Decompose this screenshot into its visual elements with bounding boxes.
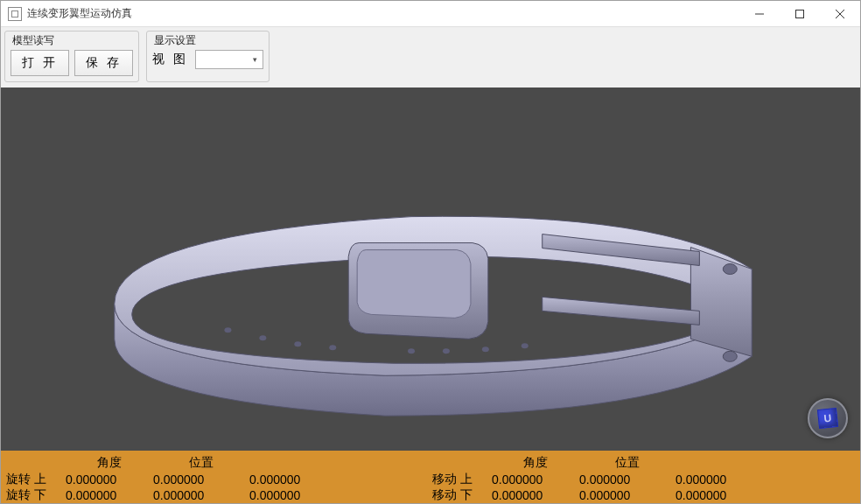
view-combobox[interactable]: ▾: [195, 50, 263, 69]
titlebar: 连续变形翼型运动仿真: [1, 1, 860, 27]
svg-point-8: [294, 341, 301, 346]
viewport-3d[interactable]: U: [1, 88, 860, 451]
svg-point-10: [408, 348, 415, 354]
svg-point-13: [522, 343, 528, 348]
rotate-up-pos1: 0.000000: [153, 472, 249, 486]
row-rotate-up-label: 旋转 上: [4, 472, 66, 487]
rotate-down-pos1: 0.000000: [153, 488, 249, 502]
row-rotate-down-label: 旋转 下: [4, 487, 66, 503]
close-button[interactable]: [820, 1, 860, 26]
header-angle-right: 角度: [492, 455, 579, 471]
move-up-pos2: 0.000000: [676, 472, 763, 486]
group-display-settings: 显示设置 视 图 ▾: [146, 31, 270, 82]
svg-point-6: [224, 327, 231, 332]
move-down-angle: 0.000000: [492, 488, 579, 502]
svg-point-7: [259, 335, 266, 340]
status-left: 角度 位置 旋转 上 0.000000 0.000000 0.000000 旋转…: [4, 454, 430, 501]
svg-rect-1: [796, 10, 804, 18]
move-down-pos2: 0.000000: [676, 488, 763, 502]
rotate-down-angle: 0.000000: [66, 488, 153, 502]
model-render: [1, 88, 860, 451]
save-button[interactable]: 保 存: [74, 50, 133, 76]
rotate-up-angle: 0.000000: [66, 472, 153, 486]
viewcube[interactable]: U: [808, 398, 848, 438]
app-icon: [8, 7, 22, 21]
row-move-down-label: 移动 下: [430, 487, 492, 503]
toolbar: 模型读写 打 开 保 存 显示设置 视 图 ▾: [1, 27, 860, 88]
move-down-pos1: 0.000000: [579, 488, 676, 502]
svg-point-9: [329, 345, 336, 350]
maximize-button[interactable]: [780, 1, 820, 26]
view-label: 视 图: [152, 52, 188, 67]
group-model-io: 模型读写 打 开 保 存: [4, 31, 139, 82]
minimize-icon: [755, 10, 764, 18]
rotate-down-pos2: 0.000000: [249, 488, 337, 502]
row-move-up-label: 移动 上: [430, 472, 492, 487]
status-bar: 角度 位置 旋转 上 0.000000 0.000000 0.000000 旋转…: [1, 451, 860, 503]
minimize-button[interactable]: [739, 1, 780, 26]
chevron-down-icon: ▾: [248, 55, 262, 64]
maximize-icon: [795, 10, 804, 18]
header-angle-left: 角度: [66, 455, 153, 471]
header-position-right: 位置: [579, 455, 676, 471]
window-title: 连续变形翼型运动仿真: [27, 6, 739, 21]
header-position-left: 位置: [153, 455, 249, 471]
window-controls: [739, 1, 860, 26]
viewcube-label: U: [823, 412, 832, 425]
app-window: 连续变形翼型运动仿真 模型读写 打 开 保 存 显示设置 视 图: [0, 0, 861, 504]
svg-point-11: [443, 348, 450, 354]
svg-point-12: [482, 346, 489, 352]
move-up-angle: 0.000000: [492, 472, 579, 486]
svg-point-4: [723, 264, 737, 275]
rotate-up-pos2: 0.000000: [249, 472, 337, 486]
group-display-title: 显示设置: [152, 33, 263, 50]
svg-point-5: [723, 351, 737, 361]
move-up-pos1: 0.000000: [579, 472, 676, 486]
close-icon: [836, 10, 844, 18]
viewcube-face: U: [817, 408, 838, 429]
group-model-io-title: 模型读写: [10, 33, 133, 50]
open-button[interactable]: 打 开: [10, 50, 69, 76]
status-right: 角度 位置 移动 上 0.000000 0.000000 0.000000 移动…: [430, 454, 857, 501]
